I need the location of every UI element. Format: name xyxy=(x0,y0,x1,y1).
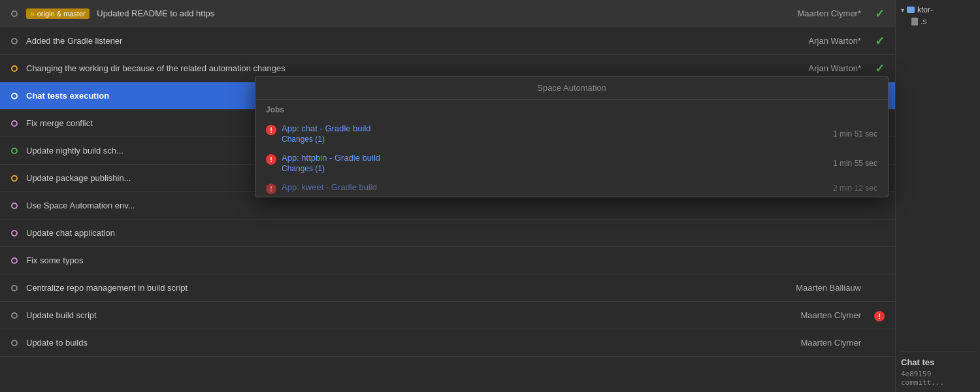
commit-author: Arjan Warton* xyxy=(754,63,872,73)
commit-message: » origin & master Updated README to add … xyxy=(26,8,754,19)
sidebar-folder-row: ▾ ktor- xyxy=(901,5,975,14)
popup-job-error-icon: ! xyxy=(266,184,276,194)
popup-job-row: ! App: chat - Gradle build Changes (1) 1… xyxy=(255,120,888,144)
graph-area xyxy=(8,38,21,44)
commit-row[interactable]: Centralize repo management in build scri… xyxy=(0,274,895,302)
branch-badge: » origin & master xyxy=(26,8,90,19)
graph-area xyxy=(8,230,21,237)
error-badge: ! xyxy=(266,184,276,194)
status-icon: ✓ xyxy=(872,7,887,21)
graph-dot xyxy=(11,257,18,264)
graph-dot xyxy=(11,340,18,346)
chevron-down-icon: ▾ xyxy=(901,7,904,14)
sidebar-commit-info: Chat tes 4e89159 committ... xyxy=(901,351,975,387)
check-icon: ✓ xyxy=(875,35,885,48)
graph-dot xyxy=(11,285,18,291)
sidebar-commit-title: Chat tes xyxy=(901,357,975,367)
popup-section-label: Jobs xyxy=(255,100,888,120)
sidebar-file-row: .s xyxy=(911,17,975,26)
commit-hash-value: 4e89159 xyxy=(901,370,931,378)
graph-area xyxy=(8,65,21,72)
commit-author: Maarten Balliauw xyxy=(754,283,872,293)
error-badge: ! xyxy=(266,154,276,165)
commit-message: Update to builds xyxy=(26,338,754,348)
graph-dot xyxy=(11,312,18,319)
popup-job-row: ! App: httpbin - Gradle build Changes (1… xyxy=(255,149,888,173)
check-icon: ✓ xyxy=(875,62,885,75)
sidebar-folder-name: ktor- xyxy=(917,5,933,14)
graph-area xyxy=(8,148,21,154)
file-icon xyxy=(911,18,918,25)
commit-row[interactable]: Update to builds Maarten Clymer xyxy=(0,329,895,357)
popup-job-duration: 1 min 55 sec xyxy=(833,159,877,168)
graph-dot xyxy=(11,93,18,99)
commit-row[interactable]: Update chat application xyxy=(0,220,895,247)
popup-job-content: App: httpbin - Gradle build Changes (1) xyxy=(282,153,833,173)
commit-text: Updated README to add https xyxy=(97,8,214,18)
graph-dot xyxy=(11,203,18,209)
graph-dot xyxy=(11,148,18,154)
popup-job-changes[interactable]: Changes (1) xyxy=(282,135,833,144)
graph-dot xyxy=(11,175,18,182)
graph-area xyxy=(8,257,21,264)
popup-job-changes[interactable]: Changes (1) xyxy=(282,164,833,173)
commit-author: Arjan Warton* xyxy=(754,36,872,46)
graph-dot xyxy=(11,65,18,72)
popup-job-title[interactable]: App: httpbin - Gradle build xyxy=(282,153,833,163)
graph-area xyxy=(8,340,21,346)
right-sidebar: ▾ ktor- .s Chat tes 4e89159 committ... xyxy=(895,0,980,392)
commit-message: Fix some typos xyxy=(26,255,754,265)
popup-job-title[interactable]: App: chat - Gradle build xyxy=(282,123,833,133)
popup-job-title[interactable]: App: kweet - Gradle build xyxy=(282,182,833,192)
branch-label: origin & master xyxy=(37,10,86,18)
popup-job-error-icon: ! xyxy=(266,154,276,165)
graph-dot xyxy=(11,38,18,44)
popup-job-content: App: chat - Gradle build Changes (1) xyxy=(282,123,833,144)
graph-area xyxy=(8,93,21,99)
popup-header: Space Automation xyxy=(255,76,888,100)
graph-area xyxy=(8,203,21,209)
commit-suffix: committ... xyxy=(901,378,944,387)
graph-area xyxy=(8,175,21,182)
popup-job-row-partial: ! App: kweet - Gradle build 2 min 12 sec xyxy=(255,178,888,197)
error-badge: ! xyxy=(266,125,276,135)
commit-message: Centralize repo management in build scri… xyxy=(26,283,754,293)
commit-message: Added the Gradle listener xyxy=(26,36,754,46)
commit-message: Update build script xyxy=(26,310,754,320)
graph-area xyxy=(8,312,21,319)
graph-area xyxy=(8,120,21,127)
automation-popup: Space Automation Jobs ! App: chat - Grad… xyxy=(255,76,889,197)
commit-message: Use Space Automation env... xyxy=(26,201,754,210)
commit-message: Changing the working dir because of the … xyxy=(26,63,754,73)
graph-dot xyxy=(11,120,18,127)
sidebar-file-name: .s xyxy=(921,17,926,26)
commit-row[interactable]: Added the Gradle listener Arjan Warton* … xyxy=(0,27,895,55)
commit-row[interactable]: Update build script Maarten Clymer ! xyxy=(0,302,895,329)
status-icon: ! xyxy=(872,310,887,321)
popup-job-error-icon: ! xyxy=(266,125,276,135)
graph-area xyxy=(8,285,21,291)
sidebar-commit-hash: 4e89159 committ... xyxy=(901,370,975,387)
commit-author: Maarten Clymer xyxy=(754,310,872,320)
branch-arrow-icon: » xyxy=(30,9,35,18)
status-icon: ✓ xyxy=(872,61,887,76)
folder-icon xyxy=(907,7,915,13)
check-icon: ✓ xyxy=(875,7,885,20)
graph-dot xyxy=(11,10,18,17)
commit-row[interactable]: Fix some typos xyxy=(0,247,895,274)
popup-job-duration: 2 min 12 sec xyxy=(833,184,877,193)
commit-message: Update chat application xyxy=(26,228,754,238)
commit-row[interactable]: » origin & master Updated README to add … xyxy=(0,0,895,27)
popup-job-content: App: kweet - Gradle build xyxy=(282,182,833,192)
popup-job-duration: 1 min 51 sec xyxy=(833,129,877,139)
graph-area xyxy=(8,10,21,17)
status-icon: ✓ xyxy=(872,34,887,48)
commit-author: Maarten Clymer* xyxy=(754,8,872,18)
commit-author: Maarten Clymer xyxy=(754,338,872,348)
error-icon: ! xyxy=(874,311,885,321)
graph-dot xyxy=(11,230,18,237)
main-area: » origin & master Updated README to add … xyxy=(0,0,895,392)
